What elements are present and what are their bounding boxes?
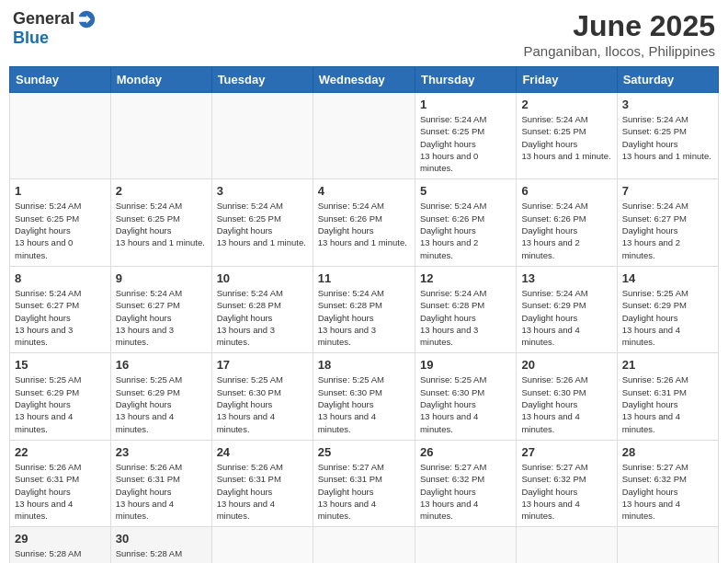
calendar-cell: 9Sunrise: 5:24 AMSunset: 6:27 PMDaylight… — [110, 266, 211, 352]
day-info: Sunrise: 5:24 AMSunset: 6:27 PMDaylight … — [15, 287, 106, 348]
calendar-cell: 24Sunrise: 5:26 AMSunset: 6:31 PMDayligh… — [211, 440, 313, 526]
calendar-cell: 8Sunrise: 5:24 AMSunset: 6:27 PMDaylight… — [10, 266, 111, 352]
day-info: Sunrise: 5:27 AMSunset: 6:32 PMDaylight … — [420, 461, 511, 522]
calendar-week-5: 22Sunrise: 5:26 AMSunset: 6:31 PMDayligh… — [10, 440, 719, 526]
weekday-header-monday: Monday — [110, 67, 211, 93]
weekday-header-wednesday: Wednesday — [313, 67, 415, 93]
calendar-cell — [211, 93, 313, 179]
day-info: Sunrise: 5:27 AMSunset: 6:32 PMDaylight … — [521, 461, 611, 522]
day-info: Sunrise: 5:28 AMSunset: 6:32 PMDaylight … — [15, 547, 106, 563]
day-number: 4 — [318, 184, 410, 198]
logo-blue: Blue — [13, 29, 97, 48]
day-info: Sunrise: 5:24 AMSunset: 6:26 PMDaylight … — [521, 200, 611, 260]
day-info: Sunrise: 5:24 AMSunset: 6:25 PMDaylight … — [622, 113, 713, 162]
day-info: Sunrise: 5:25 AMSunset: 6:29 PMDaylight … — [622, 287, 713, 348]
day-number: 14 — [622, 271, 713, 285]
calendar-cell — [313, 527, 415, 563]
day-number: 5 — [420, 184, 511, 198]
calendar-cell: 23Sunrise: 5:26 AMSunset: 6:31 PMDayligh… — [110, 440, 211, 526]
day-number: 24 — [217, 445, 308, 459]
calendar-cell: 1Sunrise: 5:24 AMSunset: 6:25 PMDaylight… — [415, 93, 516, 179]
weekday-header-row: SundayMondayTuesdayWednesdayThursdayFrid… — [10, 67, 719, 93]
calendar-week-1: 1Sunrise: 5:24 AMSunset: 6:25 PMDaylight… — [10, 93, 719, 179]
calendar-cell: 22Sunrise: 5:26 AMSunset: 6:31 PMDayligh… — [10, 440, 111, 526]
day-number: 2 — [116, 184, 207, 198]
weekday-header-saturday: Saturday — [617, 67, 718, 93]
calendar-cell: 2Sunrise: 5:24 AMSunset: 6:25 PMDaylight… — [110, 179, 211, 266]
day-info: Sunrise: 5:26 AMSunset: 6:30 PMDaylight … — [521, 373, 611, 434]
calendar-cell: 3Sunrise: 5:24 AMSunset: 6:25 PMDaylight… — [617, 93, 718, 179]
weekday-header-thursday: Thursday — [415, 67, 516, 93]
calendar-cell — [313, 93, 415, 179]
day-number: 7 — [622, 184, 713, 198]
day-number: 10 — [217, 271, 308, 285]
weekday-header-sunday: Sunday — [10, 67, 111, 93]
weekday-header-friday: Friday — [517, 67, 617, 93]
calendar-cell — [10, 93, 111, 179]
day-info: Sunrise: 5:26 AMSunset: 6:31 PMDaylight … — [15, 461, 106, 522]
day-number: 8 — [15, 271, 106, 285]
day-info: Sunrise: 5:25 AMSunset: 6:30 PMDaylight … — [318, 373, 410, 434]
day-number: 21 — [622, 358, 713, 372]
day-number: 11 — [318, 271, 410, 285]
page-header: General Blue June 2025 Panganiban, Iloco… — [9, 9, 719, 59]
day-number: 23 — [116, 445, 207, 459]
day-info: Sunrise: 5:27 AMSunset: 6:32 PMDaylight … — [622, 461, 713, 522]
weekday-header-tuesday: Tuesday — [211, 67, 313, 93]
logo-general: General — [13, 10, 74, 29]
day-number: 9 — [116, 271, 207, 285]
day-number: 28 — [622, 445, 713, 459]
day-info: Sunrise: 5:24 AMSunset: 6:27 PMDaylight … — [116, 287, 207, 348]
month-title: June 2025 — [524, 9, 715, 43]
day-info: Sunrise: 5:25 AMSunset: 6:30 PMDaylight … — [217, 373, 308, 434]
calendar-cell: 15Sunrise: 5:25 AMSunset: 6:29 PMDayligh… — [10, 353, 111, 440]
day-info: Sunrise: 5:26 AMSunset: 6:31 PMDaylight … — [217, 461, 308, 522]
calendar-week-4: 15Sunrise: 5:25 AMSunset: 6:29 PMDayligh… — [10, 353, 719, 440]
day-number: 20 — [521, 358, 611, 372]
day-number: 3 — [622, 98, 713, 111]
calendar-cell: 27Sunrise: 5:27 AMSunset: 6:32 PMDayligh… — [517, 440, 617, 526]
calendar-cell: 29Sunrise: 5:28 AMSunset: 6:32 PMDayligh… — [10, 527, 111, 563]
calendar-cell — [415, 527, 516, 563]
calendar-cell: 30Sunrise: 5:28 AMSunset: 6:32 PMDayligh… — [110, 527, 211, 563]
calendar-cell: 10Sunrise: 5:24 AMSunset: 6:28 PMDayligh… — [211, 266, 313, 352]
day-number: 29 — [15, 532, 106, 546]
day-info: Sunrise: 5:24 AMSunset: 6:25 PMDaylight … — [521, 113, 611, 162]
calendar-cell: 7Sunrise: 5:24 AMSunset: 6:27 PMDaylight… — [617, 179, 718, 266]
calendar-cell: 20Sunrise: 5:26 AMSunset: 6:30 PMDayligh… — [517, 353, 617, 440]
title-section: June 2025 Panganiban, Ilocos, Philippine… — [524, 9, 715, 59]
day-number: 18 — [318, 358, 410, 372]
day-number: 16 — [116, 358, 207, 372]
day-number: 1 — [15, 184, 106, 198]
day-info: Sunrise: 5:24 AMSunset: 6:25 PMDaylight … — [420, 113, 511, 174]
day-number: 27 — [521, 445, 611, 459]
calendar-cell: 1Sunrise: 5:24 AMSunset: 6:25 PMDaylight… — [10, 179, 111, 266]
day-number: 30 — [116, 532, 207, 546]
day-number: 13 — [521, 271, 611, 285]
day-info: Sunrise: 5:24 AMSunset: 6:28 PMDaylight … — [217, 287, 308, 348]
day-info: Sunrise: 5:24 AMSunset: 6:25 PMDaylight … — [15, 200, 106, 260]
day-number: 3 — [217, 184, 308, 198]
day-number: 19 — [420, 358, 511, 372]
logo: General Blue — [13, 9, 97, 48]
calendar-cell: 19Sunrise: 5:25 AMSunset: 6:30 PMDayligh… — [415, 353, 516, 440]
calendar-cell — [617, 527, 718, 563]
day-info: Sunrise: 5:25 AMSunset: 6:29 PMDaylight … — [116, 373, 207, 434]
calendar-week-2: 1Sunrise: 5:24 AMSunset: 6:25 PMDaylight… — [10, 179, 719, 266]
day-number: 2 — [521, 98, 611, 111]
day-info: Sunrise: 5:25 AMSunset: 6:30 PMDaylight … — [420, 373, 511, 434]
calendar-week-6: 29Sunrise: 5:28 AMSunset: 6:32 PMDayligh… — [10, 527, 719, 563]
day-info: Sunrise: 5:24 AMSunset: 6:28 PMDaylight … — [318, 287, 410, 348]
day-number: 17 — [217, 358, 308, 372]
day-number: 25 — [318, 445, 410, 459]
calendar-cell: 6Sunrise: 5:24 AMSunset: 6:26 PMDaylight… — [517, 179, 617, 266]
calendar-cell: 26Sunrise: 5:27 AMSunset: 6:32 PMDayligh… — [415, 440, 516, 526]
day-number: 12 — [420, 271, 511, 285]
calendar-cell: 12Sunrise: 5:24 AMSunset: 6:28 PMDayligh… — [415, 266, 516, 352]
calendar-cell: 4Sunrise: 5:24 AMSunset: 6:26 PMDaylight… — [313, 179, 415, 266]
location-title: Panganiban, Ilocos, Philippines — [524, 43, 715, 59]
day-info: Sunrise: 5:24 AMSunset: 6:25 PMDaylight … — [116, 200, 207, 248]
calendar-cell: 2Sunrise: 5:24 AMSunset: 6:25 PMDaylight… — [517, 93, 617, 179]
day-info: Sunrise: 5:24 AMSunset: 6:25 PMDaylight … — [217, 200, 308, 248]
day-info: Sunrise: 5:27 AMSunset: 6:31 PMDaylight … — [318, 461, 410, 522]
